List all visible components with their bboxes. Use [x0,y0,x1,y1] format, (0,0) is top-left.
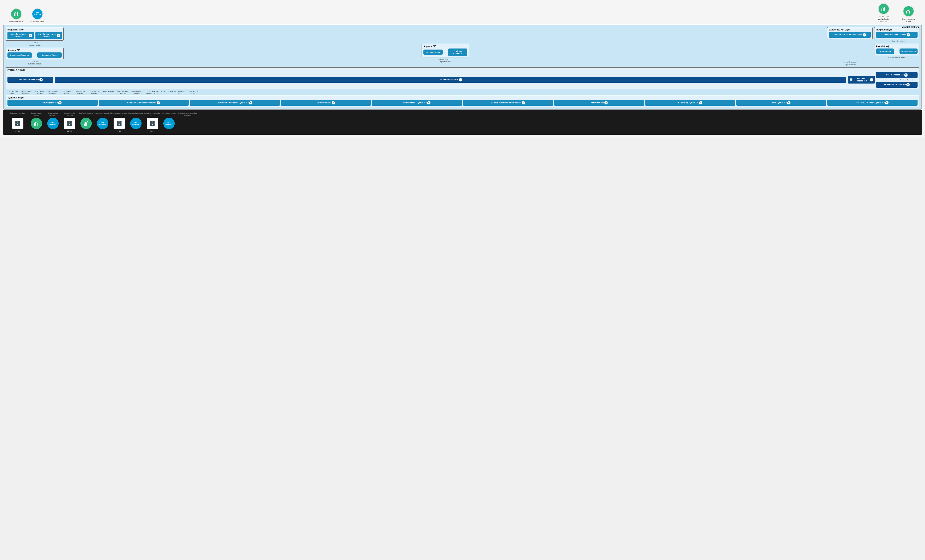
orders-exchange-label: Orders Exchange [901,50,916,52]
mule-badge-mdm1: M [58,101,62,104]
customers-process-comp: Customers Process API M [8,77,53,83]
pim-sync-comp: 🕐 PIM Sync Process API M [848,76,875,83]
sf-cust-sys-label: Salesforce Customers System API [127,102,156,104]
sap-orders-sys-label: SAP S/4HANA Orders System API [856,102,884,104]
integration-right-column: Integration layer Salesforce Topic Liste… [874,27,920,60]
sap-event-label: SAP S/4HANA Event Listener [37,33,56,38]
mdm-sys-3-label: MDM System API [772,102,786,104]
anypoint-mq-center: Anypoint MQ Products Queue ← Products Ex… [422,44,469,57]
experience-api-box: Experience API Layer Salesforce Price Ex… [827,27,872,39]
system-api-title: System API layer [8,96,917,99]
arrow-cust-ex-to-queue: → [33,53,36,57]
mdm-db-icon-2: 🗄️ [64,118,75,129]
mule-badge-sap-pricing: M [699,101,702,104]
integration-right-box: Integration layer Salesforce Topic Liste… [874,27,920,39]
sap-icon-2: SAPS/4HANA [97,118,108,129]
mule-badge-sf-cust: M [157,101,160,104]
mdm-sys-2-comp: MDM System API M [281,100,371,106]
svg-rect-2 [17,13,18,16]
mule-badge-pim: M [870,78,873,81]
mule-badge-sap-orders: M [885,101,889,104]
pim-label: PIM [118,130,121,132]
mdm-label-3: MDM [150,130,155,132]
customer-event-sap-icon: SAPS/4HANA Customer event [30,8,44,23]
products-process-comp: Products Process API M [55,77,846,83]
mule-badge-orders-proc: M [904,73,908,77]
b2b-sys-label: B2B Commerce System API [403,102,426,104]
sap-orders-icon: SAPS/4HANA [163,118,175,129]
customers-queue-label: Customers Queue [39,54,60,56]
mule-badge-mdm3: M [787,101,791,104]
sf-icon-1 [31,118,42,129]
consume-customer-update: Consumecustomer update [6,60,63,65]
svg-rect-0 [14,14,15,16]
customer-event-label-1: Customer event [9,21,23,23]
sap-s4hana-icon: SAPS/4HANA [32,8,43,20]
page-container: Customer event SAPS/4HANA Customer event [0,0,925,138]
sap-cust-sys-label: SAP S/4HANA Customers System API [217,102,249,104]
mule-badge-prod-proc: M [459,78,462,81]
sap-cust-sys-comp: SAP S/4HANA Customers System API M [190,100,280,106]
sap-prod-sys-comp: SAP S/4HANA Products System API M [463,100,553,106]
system-api-layer: System API layer MDM System API M Salesf… [6,95,919,107]
customers-exchange-label: Customers Exchange [9,54,31,56]
mdm-sys-1-comp: MDM System API M [8,100,98,106]
svg-rect-12 [84,123,85,126]
sap-pricing-label: SAP Pricing System API [678,102,698,104]
pim-sync-label: PIM Sync Process API [853,77,869,82]
products-queue-cyl: Products Queue [423,50,443,55]
customers-process-label: Customers Process API [18,78,39,81]
mule-badge-sap-prod: M [522,101,525,104]
integration-left-title: Integration layer [8,29,62,31]
svg-rect-14 [86,123,87,126]
products-process-label: Products Process API [439,78,458,81]
b2b-sys-comp: B2B Commerce System API M [372,100,462,106]
sf-price-exp-label: Salesforce Price Experience API [834,33,862,36]
mule-badge-sap-cust: M [249,101,252,104]
teal-chart-icon-3 [903,6,914,17]
sap-event-comp: SAP S/4HANA Event Listener M [35,32,62,39]
right-column-group: Experience API Layer Salesforce Price Ex… [827,27,919,66]
publish-product-update: Publish productupdate event [828,61,873,66]
sf-topic-right-comp: Salesforce Topic Listener M [876,32,918,38]
mule-badge-pim-sys: M [604,101,608,104]
mule-badge-erp: M [906,83,910,86]
salesforce-topic-comp: Salesforce Topic Listener M [8,32,34,39]
customers-exchange-cyl: Customers Exchange [8,53,32,58]
teal-chart-icon-1 [11,8,22,20]
publish-customer-update: Publishcustomer update [6,42,63,47]
erp-orders-label: ERP Orders Process API [884,84,906,86]
sap-pricing-icon: SAPS/4HANA [130,118,142,129]
mule-badge-cust-proc: M [39,78,43,81]
integration-right-title: Integration layer [876,29,918,31]
pim-sys-label: PIM System API [591,102,604,104]
anypoint-mq-right: Anypoint MQ Orders Queue ← Orders Exchan… [874,44,920,55]
sf-cust-sys-comp: Salesforce Customers System API M [99,100,189,106]
products-queue-label: Products Queue [425,51,441,53]
arrow-prod-q-to-ex: ← [444,51,447,54]
experience-api-column: Experience API Layer Salesforce Price Ex… [827,27,872,60]
svg-rect-9 [34,123,35,126]
mdm-db-icon-1: 🗄️ [12,118,23,129]
process-api-title: Process API layer [8,69,917,71]
mdm-sys-2-label: MDM System API [317,102,331,104]
mule-badge-1: M [29,34,32,37]
sap-pricing-comp: SAP Pricing System API M [645,100,735,106]
consume-product-label: Consume productupdate event [422,58,469,63]
mule-badge-2: M [57,34,60,37]
mule-badge-right: M [907,33,910,36]
teal-chart-icon-2 [878,3,889,15]
mule-badge-exp: M [863,33,866,36]
orders-process-comp: Orders Process API M [876,72,917,78]
svg-rect-5 [884,8,885,11]
erp-orders-comp: ERP Orders Process API M [876,82,917,88]
middle-spacer: Anypoint MQ Products Queue ← Products Ex… [66,27,825,64]
process-api-layer: Process API layer Customers Process API … [6,67,919,89]
orders-queue-label: Orders Queue [877,50,893,52]
svg-rect-11 [37,123,38,126]
sf-icon-2 [80,118,92,129]
order-creation-label: Order creation event [901,18,916,23]
pim-sys-comp: PIM System API M [554,100,644,106]
mulesoft-platform: MuleSoft Platform Integration layer Sale… [3,25,922,110]
anypoint-mq-center-title: Anypoint MQ [423,45,467,47]
